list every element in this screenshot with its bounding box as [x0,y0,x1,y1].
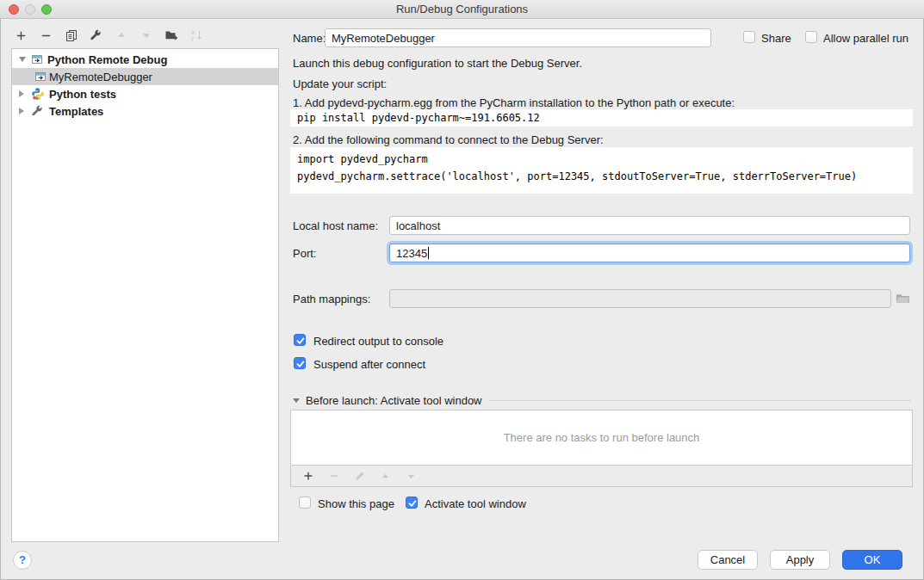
name-value: MyRemoteDebugger [332,32,435,45]
ok-button[interactable]: OK [842,550,902,570]
title-bar[interactable]: Run/Debug Configurations [0,0,924,19]
configurations-toolbar: az [14,26,203,45]
name-label: Name: [293,32,326,45]
add-configuration-icon[interactable] [14,28,28,43]
run-config-icon [30,52,44,66]
remove-task-icon [326,469,341,484]
tree-item-label: Templates [49,105,103,118]
svg-text:a: a [191,29,195,35]
remove-configuration-icon[interactable] [39,28,53,43]
tree-item-python-tests[interactable]: Python tests [12,85,278,102]
run-config-icon [34,70,47,83]
activate-tool-window-label: Activate tool window [425,497,526,510]
instruction-line-1: Launch this debug configuration to start… [293,57,582,70]
tree-item-myremotedebugger[interactable]: MyRemoteDebugger [12,68,278,85]
expand-arrow-icon[interactable] [19,108,24,114]
path-mappings-input[interactable] [389,289,891,308]
move-task-up-icon [378,469,393,484]
copy-configuration-icon[interactable] [64,28,78,43]
tree-item-label: MyRemoteDebugger [49,71,152,83]
apply-button[interactable]: Apply [770,550,830,570]
before-launch-title: Before launch: Activate tool window [306,394,482,407]
suspend-after-connect-checkbox[interactable] [294,357,306,369]
show-this-page-label: Show this page [318,497,394,510]
edit-templates-icon[interactable] [89,28,103,43]
collapse-arrow-icon[interactable] [293,398,300,403]
sort-configurations-icon: az [189,28,203,43]
svg-text:z: z [191,35,195,41]
instruction-step-2: 2. Add the following command to connect … [293,133,604,146]
text-cursor [428,247,429,259]
port-label: Port: [293,247,316,260]
collapse-arrow-icon[interactable] [19,57,26,62]
allow-parallel-run-checkbox[interactable] [805,31,817,43]
tree-item-label: Python tests [49,88,116,101]
share-checkbox[interactable] [743,31,755,43]
redirect-output-label: Redirect output to console [313,335,443,348]
empty-task-list-text: There are no tasks to run before launch [504,431,700,444]
move-up-icon [114,28,128,43]
move-down-icon [139,28,153,43]
suspend-after-connect-label: Suspend after connect [313,358,425,371]
allow-parallel-run-label: Allow parallel run [823,32,908,45]
move-task-down-icon [404,469,419,484]
show-this-page-checkbox[interactable] [299,497,311,509]
settrace-code: import pydevd_pycharm pydevd_pycharm.set… [290,147,913,194]
port-input[interactable]: 12345 [389,244,910,262]
browse-folder-icon[interactable] [896,292,910,305]
pip-install-code: pip install pydevd-pycharm~=191.6605.12 [290,109,913,126]
edit-task-icon [352,469,367,484]
share-label: Share [761,32,791,45]
before-launch-toolbar [291,466,912,486]
tree-item-templates[interactable]: Templates [12,102,278,120]
before-launch-task-list[interactable]: There are no tasks to run before launch [291,410,912,466]
configurations-tree: Python Remote Debug MyRemoteDebugger Pyt… [11,48,279,542]
python-tests-icon [31,87,45,101]
local-host-name-value: localhost [396,219,440,232]
tree-item-label: Python Remote Debug [47,53,167,66]
settrace-code-line-2: pydevd_pycharm.settrace('localhost', por… [297,170,857,182]
before-launch-header[interactable]: Before launch: Activate tool window [293,393,911,407]
redirect-output-checkbox[interactable] [294,334,306,346]
cancel-button[interactable]: Cancel [698,550,758,570]
settrace-code-line-1: import pydevd_pycharm [297,153,428,165]
instruction-line-2: Update your script: [293,77,387,90]
wrench-icon [31,104,45,118]
section-divider [489,400,911,401]
run-debug-configurations-dialog: Run/Debug Configurations az Pytho [0,0,924,580]
tree-item-python-remote-debug[interactable]: Python Remote Debug [12,51,278,68]
local-host-name-input[interactable]: localhost [389,216,910,235]
help-button[interactable]: ? [13,551,32,570]
activate-tool-window-checkbox[interactable] [406,497,418,509]
name-input[interactable]: MyRemoteDebugger [325,28,711,47]
add-task-icon[interactable] [301,469,315,484]
instruction-step-1: 1. Add pydevd-pycharm.egg from the PyCha… [293,96,735,109]
port-value: 12345 [396,247,427,260]
new-folder-icon[interactable] [164,28,178,43]
path-mappings-label: Path mappings: [293,293,370,305]
before-launch-tasks-panel: There are no tasks to run before launch [290,410,913,487]
local-host-name-label: Local host name: [293,219,378,232]
expand-arrow-icon[interactable] [19,90,24,97]
window-title: Run/Debug Configurations [0,0,924,19]
